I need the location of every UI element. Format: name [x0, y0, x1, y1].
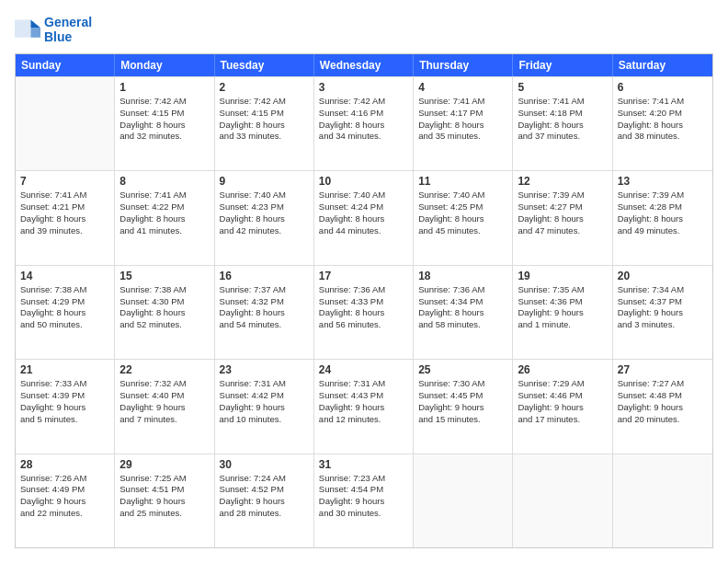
svg-marker-1 — [31, 28, 41, 38]
calendar-cell — [414, 454, 513, 547]
calendar-week-row: 1Sunrise: 7:42 AM Sunset: 4:15 PM Daylig… — [16, 76, 712, 170]
calendar-cell: 21Sunrise: 7:33 AM Sunset: 4:39 PM Dayli… — [16, 360, 115, 453]
day-number: 4 — [418, 81, 507, 94]
day-number: 2 — [220, 81, 309, 94]
calendar-week-row: 28Sunrise: 7:26 AM Sunset: 4:49 PM Dayli… — [16, 454, 712, 547]
calendar-cell: 31Sunrise: 7:23 AM Sunset: 4:54 PM Dayli… — [314, 454, 414, 547]
calendar-week-row: 7Sunrise: 7:41 AM Sunset: 4:21 PM Daylig… — [16, 170, 712, 264]
calendar-cell: 1Sunrise: 7:42 AM Sunset: 4:15 PM Daylig… — [115, 77, 214, 170]
calendar-cell — [613, 454, 712, 547]
day-info: Sunrise: 7:40 AM Sunset: 4:23 PM Dayligh… — [220, 190, 309, 236]
calendar-day-header: Wednesday — [314, 54, 414, 76]
day-number: 30 — [220, 458, 309, 471]
calendar-cell: 29Sunrise: 7:25 AM Sunset: 4:51 PM Dayli… — [115, 454, 214, 547]
day-info: Sunrise: 7:40 AM Sunset: 4:25 PM Dayligh… — [418, 190, 507, 236]
day-number: 19 — [518, 270, 607, 282]
calendar-cell: 8Sunrise: 7:41 AM Sunset: 4:22 PM Daylig… — [115, 171, 214, 264]
day-info: Sunrise: 7:38 AM Sunset: 4:30 PM Dayligh… — [119, 284, 209, 331]
calendar-cell: 15Sunrise: 7:38 AM Sunset: 4:30 PM Dayli… — [115, 266, 214, 359]
calendar-week-row: 14Sunrise: 7:38 AM Sunset: 4:29 PM Dayli… — [16, 265, 712, 359]
day-number: 28 — [20, 458, 109, 471]
day-info: Sunrise: 7:36 AM Sunset: 4:34 PM Dayligh… — [418, 284, 507, 331]
day-number: 20 — [618, 270, 708, 282]
day-number: 26 — [518, 363, 607, 376]
day-info: Sunrise: 7:42 AM Sunset: 4:16 PM Dayligh… — [319, 96, 408, 143]
calendar-day-header: Sunday — [16, 54, 115, 76]
day-info: Sunrise: 7:23 AM Sunset: 4:54 PM Dayligh… — [319, 473, 408, 520]
day-number: 22 — [119, 363, 209, 376]
day-info: Sunrise: 7:33 AM Sunset: 4:39 PM Dayligh… — [20, 378, 109, 425]
logo-icon — [15, 17, 40, 42]
day-number: 13 — [618, 175, 708, 188]
calendar-week-row: 21Sunrise: 7:33 AM Sunset: 4:39 PM Dayli… — [16, 359, 712, 453]
day-info: Sunrise: 7:37 AM Sunset: 4:32 PM Dayligh… — [220, 284, 309, 331]
calendar-day-header: Monday — [115, 54, 214, 76]
calendar-cell: 4Sunrise: 7:41 AM Sunset: 4:17 PM Daylig… — [414, 77, 513, 170]
calendar-cell: 19Sunrise: 7:35 AM Sunset: 4:36 PM Dayli… — [513, 266, 612, 359]
calendar: SundayMondayTuesdayWednesdayThursdayFrid… — [15, 53, 713, 548]
day-info: Sunrise: 7:40 AM Sunset: 4:24 PM Dayligh… — [319, 190, 408, 236]
day-info: Sunrise: 7:39 AM Sunset: 4:28 PM Dayligh… — [618, 190, 708, 236]
day-number: 25 — [418, 363, 507, 376]
calendar-cell: 9Sunrise: 7:40 AM Sunset: 4:23 PM Daylig… — [215, 171, 314, 264]
day-info: Sunrise: 7:41 AM Sunset: 4:20 PM Dayligh… — [618, 96, 708, 143]
day-info: Sunrise: 7:41 AM Sunset: 4:17 PM Dayligh… — [418, 96, 507, 143]
calendar-cell: 28Sunrise: 7:26 AM Sunset: 4:49 PM Dayli… — [16, 454, 115, 547]
day-number: 9 — [220, 175, 309, 188]
calendar-cell: 17Sunrise: 7:36 AM Sunset: 4:33 PM Dayli… — [314, 266, 414, 359]
day-number: 24 — [319, 363, 408, 376]
calendar-cell: 18Sunrise: 7:36 AM Sunset: 4:34 PM Dayli… — [414, 266, 513, 359]
day-number: 31 — [319, 458, 408, 471]
day-info: Sunrise: 7:30 AM Sunset: 4:45 PM Dayligh… — [418, 378, 507, 425]
day-info: Sunrise: 7:41 AM Sunset: 4:18 PM Dayligh… — [518, 96, 607, 143]
day-info: Sunrise: 7:29 AM Sunset: 4:46 PM Dayligh… — [518, 378, 607, 425]
logo: General Blue — [15, 15, 92, 44]
calendar-cell: 23Sunrise: 7:31 AM Sunset: 4:42 PM Dayli… — [215, 360, 314, 453]
svg-marker-0 — [31, 20, 41, 29]
day-number: 8 — [119, 175, 209, 188]
day-info: Sunrise: 7:41 AM Sunset: 4:21 PM Dayligh… — [20, 190, 109, 236]
logo-line1: General — [44, 15, 92, 29]
day-number: 17 — [319, 270, 408, 282]
calendar-day-header: Friday — [513, 54, 612, 76]
calendar-cell: 24Sunrise: 7:31 AM Sunset: 4:43 PM Dayli… — [314, 360, 414, 453]
day-info: Sunrise: 7:42 AM Sunset: 4:15 PM Dayligh… — [119, 96, 209, 143]
calendar-cell: 10Sunrise: 7:40 AM Sunset: 4:24 PM Dayli… — [314, 171, 414, 264]
day-info: Sunrise: 7:35 AM Sunset: 4:36 PM Dayligh… — [518, 284, 607, 331]
day-info: Sunrise: 7:39 AM Sunset: 4:27 PM Dayligh… — [518, 190, 607, 236]
day-info: Sunrise: 7:38 AM Sunset: 4:29 PM Dayligh… — [20, 284, 109, 331]
day-info: Sunrise: 7:31 AM Sunset: 4:43 PM Dayligh… — [319, 378, 408, 425]
calendar-cell: 14Sunrise: 7:38 AM Sunset: 4:29 PM Dayli… — [16, 266, 115, 359]
calendar-cell: 20Sunrise: 7:34 AM Sunset: 4:37 PM Dayli… — [613, 266, 712, 359]
day-number: 7 — [20, 175, 109, 188]
day-number: 11 — [418, 175, 507, 188]
page: General Blue SundayMondayTuesdayWednesda… — [0, 0, 728, 563]
day-info: Sunrise: 7:36 AM Sunset: 4:33 PM Dayligh… — [319, 284, 408, 331]
day-info: Sunrise: 7:31 AM Sunset: 4:42 PM Dayligh… — [220, 378, 309, 425]
calendar-cell: 30Sunrise: 7:24 AM Sunset: 4:52 PM Dayli… — [215, 454, 314, 547]
calendar-cell: 12Sunrise: 7:39 AM Sunset: 4:27 PM Dayli… — [513, 171, 612, 264]
day-info: Sunrise: 7:41 AM Sunset: 4:22 PM Dayligh… — [119, 190, 209, 236]
calendar-cell: 25Sunrise: 7:30 AM Sunset: 4:45 PM Dayli… — [414, 360, 513, 453]
day-number: 15 — [119, 270, 209, 282]
day-info: Sunrise: 7:24 AM Sunset: 4:52 PM Dayligh… — [220, 473, 309, 520]
day-number: 10 — [319, 175, 408, 188]
calendar-cell: 13Sunrise: 7:39 AM Sunset: 4:28 PM Dayli… — [613, 171, 712, 264]
day-info: Sunrise: 7:32 AM Sunset: 4:40 PM Dayligh… — [119, 378, 209, 425]
day-number: 23 — [220, 363, 309, 376]
calendar-cell: 2Sunrise: 7:42 AM Sunset: 4:15 PM Daylig… — [215, 77, 314, 170]
day-number: 16 — [220, 270, 309, 282]
header: General Blue — [15, 15, 713, 44]
calendar-day-header: Tuesday — [215, 54, 314, 76]
calendar-cell: 7Sunrise: 7:41 AM Sunset: 4:21 PM Daylig… — [16, 171, 115, 264]
logo-text: General Blue — [44, 15, 92, 44]
calendar-cell — [513, 454, 612, 547]
day-number: 6 — [618, 81, 708, 94]
calendar-day-header: Thursday — [414, 54, 513, 76]
day-info: Sunrise: 7:34 AM Sunset: 4:37 PM Dayligh… — [618, 284, 708, 331]
calendar-cell: 16Sunrise: 7:37 AM Sunset: 4:32 PM Dayli… — [215, 266, 314, 359]
calendar-cell: 26Sunrise: 7:29 AM Sunset: 4:46 PM Dayli… — [513, 360, 612, 453]
calendar-cell: 22Sunrise: 7:32 AM Sunset: 4:40 PM Dayli… — [115, 360, 214, 453]
day-number: 14 — [20, 270, 109, 282]
calendar-header: SundayMondayTuesdayWednesdayThursdayFrid… — [16, 54, 712, 76]
